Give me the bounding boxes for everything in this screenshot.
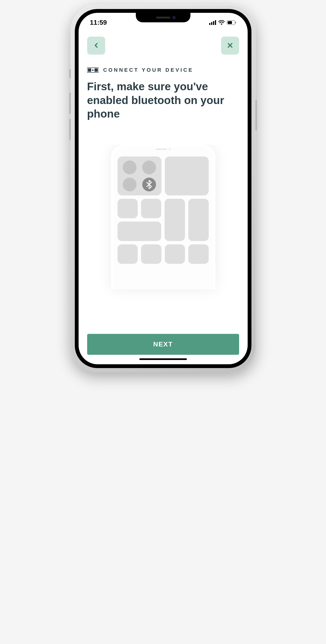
side-button — [69, 92, 71, 114]
bluetooth-icon — [142, 178, 156, 192]
section-header: CONNECT YOUR DEVICE — [87, 67, 239, 73]
control-tile — [141, 244, 162, 264]
side-button — [69, 119, 71, 140]
control-tile — [188, 244, 209, 264]
control-slider — [164, 199, 185, 241]
control-slider — [188, 199, 209, 241]
cellular-signal-icon — [209, 20, 216, 25]
illustration — [87, 144, 239, 329]
control-tile — [165, 244, 185, 264]
control-tile — [118, 199, 138, 218]
control-center-panel — [118, 156, 162, 196]
svg-rect-3 — [215, 20, 216, 25]
control-panel — [165, 156, 209, 196]
device-notch — [136, 13, 190, 22]
svg-rect-5 — [228, 21, 232, 24]
battery-icon — [227, 20, 236, 25]
status-time: 11:59 — [90, 19, 107, 26]
next-button[interactable]: NEXT — [87, 334, 239, 355]
device-frame: 11:59 — [70, 5, 256, 372]
svg-rect-10 — [88, 68, 91, 72]
close-icon — [226, 42, 234, 50]
svg-rect-6 — [235, 22, 236, 24]
home-indicator[interactable] — [140, 358, 187, 360]
side-button — [69, 69, 71, 78]
device-badge-icon — [87, 67, 98, 73]
side-button — [256, 100, 257, 130]
control-tile — [141, 199, 161, 218]
toggle-icon — [142, 160, 156, 174]
page-title: First, make sure you've enabled bluetoot… — [87, 80, 239, 121]
toggle-icon — [123, 178, 136, 192]
close-button[interactable] — [221, 36, 239, 54]
svg-rect-2 — [213, 21, 214, 25]
svg-rect-11 — [94, 68, 98, 72]
screen: 11:59 — [78, 13, 248, 364]
section-label: CONNECT YOUR DEVICE — [103, 67, 194, 73]
top-nav — [87, 36, 239, 54]
chevron-left-icon — [92, 42, 100, 50]
wifi-icon — [218, 20, 225, 25]
back-button[interactable] — [87, 36, 105, 54]
toggle-icon — [123, 160, 136, 174]
control-tile — [118, 222, 161, 241]
control-tile — [118, 244, 138, 264]
svg-rect-0 — [209, 23, 210, 25]
svg-rect-1 — [211, 22, 212, 25]
